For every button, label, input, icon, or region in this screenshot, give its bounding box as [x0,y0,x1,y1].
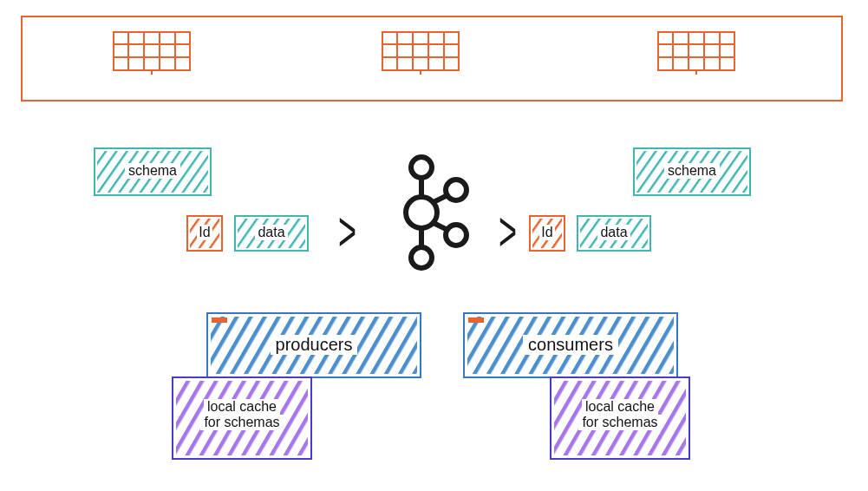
tab-accent [468,318,484,323]
consumers-box: consumers [463,312,678,378]
svg-line-39 [434,195,447,202]
id-box-right: Id [529,215,565,252]
cache-label-line1: local cache [582,399,658,415]
chevron-right-icon: > [338,199,356,265]
table-icon [113,31,191,75]
producers-label: producers [271,335,358,355]
data-label: data [597,225,630,240]
svg-rect-8 [382,32,459,70]
svg-line-40 [434,223,447,230]
data-box-left: data [234,215,309,252]
schema-box-right: schema [633,147,751,196]
cache-label-line2: for schemas [578,415,661,430]
tab-accent [212,318,227,323]
data-box-right: data [577,215,651,252]
local-cache-box-left: local cache for schemas [172,376,312,460]
schema-label: schema [125,163,180,179]
table-icon [657,31,735,75]
svg-point-34 [411,247,432,268]
table-icon [382,31,460,75]
data-label: data [255,225,287,240]
id-box-left: Id [186,215,223,252]
id-label: Id [539,225,554,240]
svg-rect-0 [114,32,190,70]
cache-label-line2: for schemas [200,415,283,430]
svg-rect-16 [658,32,734,70]
cache-label-line1: local cache [204,399,280,415]
svg-point-36 [446,225,467,245]
svg-point-33 [406,197,437,228]
schema-box-left: schema [94,147,212,196]
producers-box: producers [206,312,421,378]
chevron-right-icon: > [499,199,517,265]
consumers-label: consumers [523,335,618,355]
svg-point-35 [446,180,467,200]
kafka-icon [380,152,475,273]
id-label: Id [197,225,212,240]
schema-label: schema [664,163,720,179]
local-cache-box-right: local cache for schemas [550,376,690,460]
svg-point-32 [411,157,432,178]
diagram-stage: schema schema Id data Id data > > [0,0,868,491]
